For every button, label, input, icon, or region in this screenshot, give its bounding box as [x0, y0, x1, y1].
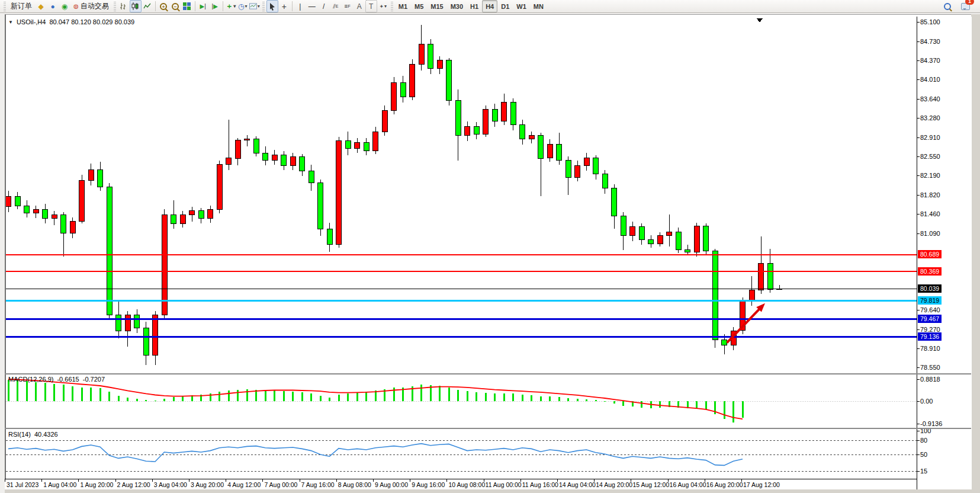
new-order-button[interactable]: 新订单 [8, 0, 35, 12]
tile-windows-icon[interactable] [181, 0, 193, 12]
price-tick: 78.550 [920, 364, 940, 372]
macd-bar [301, 392, 303, 401]
line-chart-type-icon[interactable] [142, 0, 153, 12]
timeframe-button-d1[interactable]: D1 [497, 0, 513, 12]
macd-bar [81, 388, 83, 402]
time-tick [226, 479, 226, 482]
time-axis[interactable]: 31 Jul 20231 Aug 04:001 Aug 20:002 Aug 1… [5, 479, 971, 489]
signals-icon[interactable]: ◉ [59, 0, 70, 12]
candle [749, 290, 754, 301]
timeframe-button-h4[interactable]: H4 [482, 0, 497, 12]
panel-separator[interactable] [5, 373, 971, 374]
dropdown-caret-icon: ▾ [233, 4, 236, 9]
price-label-79.467[interactable]: 79.467 [918, 315, 942, 323]
dropdown-caret-icon: ▾ [258, 4, 260, 9]
price-tick: 84.370 [920, 57, 940, 65]
macd-bar [108, 392, 110, 401]
candle [547, 145, 552, 158]
price-label-80.039[interactable]: 80.039 [918, 284, 942, 293]
time-label: 31 Jul 2023 [7, 481, 38, 488]
chart-shift-icon[interactable]: |▶ [209, 0, 221, 12]
timeframe-button-w1[interactable]: W1 [513, 0, 530, 12]
macd-bar [145, 400, 147, 401]
search-icon[interactable] [942, 0, 953, 12]
price-label-79.819[interactable]: 79.819 [918, 296, 942, 305]
cursor-tool-icon[interactable] [266, 0, 278, 12]
price-tick: 83.640 [920, 95, 940, 103]
rsi-value: 40.4326 [34, 431, 58, 438]
indicators-add-icon[interactable]: ＋▾ [225, 0, 237, 12]
timeframe-clock-icon[interactable]: ◷▾ [237, 0, 249, 12]
time-label: 9 Aug 00:00 [375, 481, 408, 488]
price-label-80.689[interactable]: 80.689 [918, 250, 942, 258]
toolbar-separator [155, 1, 156, 11]
price-tick: 85.100 [920, 18, 940, 26]
price-axis[interactable]: 85.10084.73084.37084.01083.64083.28082.9… [917, 17, 972, 489]
toolbar-separator [292, 1, 293, 11]
zoom-out-icon[interactable]: − [169, 0, 181, 12]
price-chart-panel[interactable] [6, 17, 917, 374]
metaeditor-icon[interactable]: ◆ [35, 0, 47, 12]
macd-bar [586, 399, 587, 401]
crosshair-tool-icon[interactable]: + [278, 0, 290, 12]
candle [327, 229, 332, 245]
symbol-dropdown-icon[interactable]: ▼ [8, 20, 13, 25]
macd-bar [742, 401, 744, 418]
rsi-panel[interactable] [6, 429, 917, 479]
auto-scroll-icon[interactable]: ▶| [197, 0, 209, 12]
macd-bar [44, 383, 46, 401]
macd-bar [467, 391, 468, 401]
candle [639, 227, 644, 239]
chat-icon[interactable]: 1 [959, 0, 971, 12]
macd-bar [338, 395, 340, 401]
trendline-tool-icon[interactable]: / [318, 0, 330, 12]
macd-bar [595, 400, 597, 401]
timeframe-button-m1[interactable]: M1 [395, 0, 411, 12]
candle [575, 165, 580, 178]
macd-bar [439, 386, 441, 401]
vertical-line-tool-icon[interactable]: | [294, 0, 306, 12]
horizontal-line-tool-icon[interactable]: — [306, 0, 318, 12]
time-tick [594, 479, 595, 482]
time-label: 16 Aug 20:00 [706, 481, 743, 488]
zoom-in-icon[interactable]: + [158, 0, 169, 12]
chart-title[interactable]: ▼ USOil-,H4 80.047 80.120 80.029 80.039 [8, 18, 134, 25]
timeframe-button-h1[interactable]: H1 [467, 0, 482, 12]
text-tool-icon[interactable]: A [354, 0, 365, 12]
macd-name-label: MACD(12,26,9) [8, 376, 53, 383]
candle [226, 158, 232, 165]
fibonacci-tool-icon[interactable]: ≡F [342, 0, 354, 12]
candlestick-chart-type-icon[interactable] [130, 0, 142, 12]
price-tick: 81.820 [920, 191, 940, 199]
trading-terminal: { "toolbar": { "new_order_label": "新订单",… [0, 0, 980, 493]
macd-bar [503, 393, 505, 401]
macd-bar [310, 393, 312, 401]
time-label: 8 Aug 08:00 [338, 481, 371, 488]
panel-separator[interactable] [5, 428, 971, 429]
timeframe-button-mn[interactable]: MN [530, 0, 547, 12]
time-tick [189, 479, 189, 482]
macd-bar [457, 390, 459, 401]
macd-bar [246, 389, 248, 401]
equidistant-channel-tool-icon[interactable]: ⫽E [330, 0, 342, 12]
price-label-79.136[interactable]: 79.136 [918, 332, 942, 341]
chart-shift-marker [757, 18, 763, 23]
chart-template-icon[interactable]: ▾ [249, 0, 261, 12]
community-icon[interactable]: ● [47, 0, 59, 12]
arrows-tool-icon[interactable]: ✦▾ [377, 0, 389, 12]
macd-panel[interactable] [6, 374, 917, 428]
auto-trading-button[interactable]: ◍ 自动交易 [70, 0, 112, 12]
timeframe-button-m15[interactable]: M15 [427, 0, 446, 12]
time-tick [741, 479, 742, 482]
macd-bar [90, 388, 92, 401]
bar-chart-type-icon[interactable] [118, 0, 130, 12]
price-label-80.369[interactable]: 80.369 [918, 267, 942, 276]
candle [263, 153, 268, 161]
candle [510, 103, 516, 125]
text-label-tool-icon[interactable]: T [365, 0, 377, 12]
timeframe-button-m5[interactable]: M5 [411, 0, 427, 12]
macd-header: MACD(12,26,9) -0.6615 -0.7207 [8, 376, 105, 383]
macd-bar [732, 401, 734, 422]
time-label: 11 Aug 16:00 [522, 481, 558, 488]
timeframe-button-m30[interactable]: M30 [447, 0, 467, 12]
